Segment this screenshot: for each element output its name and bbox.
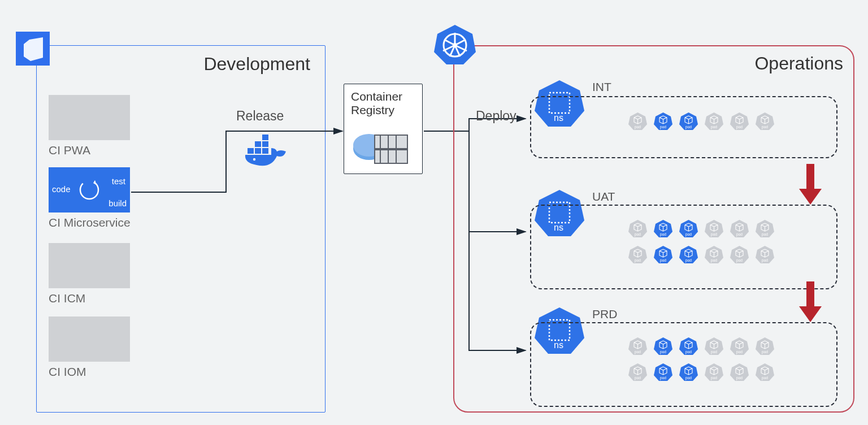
pod-icon: pod: [756, 363, 774, 381]
env-prd-label: PRD: [592, 307, 617, 321]
svg-text:pod: pod: [711, 376, 717, 380]
svg-text:pod: pod: [635, 376, 641, 380]
svg-text:pod: pod: [635, 125, 641, 129]
svg-rect-3: [248, 148, 254, 154]
env-int-label: INT: [592, 80, 611, 94]
svg-rect-8: [262, 135, 268, 140]
svg-rect-4: [255, 148, 261, 154]
pod-icon: pod: [654, 245, 672, 264]
pod-row-int-0: pod pod pod pod pod: [628, 112, 774, 131]
svg-text:pod: pod: [736, 258, 743, 263]
operations-title: Operations: [754, 53, 843, 74]
pod-icon: pod: [679, 337, 698, 355]
pod-icon: pod: [679, 245, 698, 264]
svg-text:pod: pod: [711, 232, 717, 237]
pod-row-prd-0: pod pod pod pod pod: [628, 337, 774, 355]
pod-icon: pod: [654, 363, 672, 381]
svg-text:pod: pod: [685, 350, 692, 354]
pod-icon: pod: [730, 337, 749, 355]
svg-text:pod: pod: [711, 350, 717, 354]
pod-icon: pod: [654, 337, 672, 355]
pod-icon: pod: [628, 363, 647, 381]
svg-text:pod: pod: [736, 350, 743, 354]
svg-rect-6: [255, 141, 261, 147]
pod-icon: pod: [705, 245, 723, 264]
pod-icon: pod: [705, 112, 723, 131]
pod-icon: pod: [730, 112, 749, 131]
arrow-uat-to-prd: [799, 281, 822, 322]
pod-row-prd-1: pod pod pod pod pod: [628, 363, 774, 381]
svg-rect-188: [806, 281, 814, 307]
svg-text:pod: pod: [685, 232, 692, 237]
svg-text:pod: pod: [762, 258, 768, 263]
pod-icon: pod: [679, 219, 698, 238]
arrow-int-to-uat: [799, 164, 822, 205]
registry-icon: [352, 123, 414, 168]
release-label: Release: [236, 109, 284, 124]
svg-marker-187: [799, 189, 822, 205]
svg-marker-189: [799, 306, 822, 322]
pod-icon: pod: [628, 219, 647, 238]
svg-text:pod: pod: [711, 258, 717, 263]
pod-icon: pod: [705, 363, 723, 381]
svg-rect-186: [806, 164, 814, 190]
svg-text:pod: pod: [660, 350, 666, 354]
svg-text:pod: pod: [685, 125, 692, 129]
pod-icon: pod: [705, 337, 723, 355]
svg-text:pod: pod: [635, 232, 641, 237]
svg-text:pod: pod: [660, 258, 666, 263]
svg-text:pod: pod: [660, 125, 666, 129]
pod-icon: pod: [654, 219, 672, 238]
svg-text:pod: pod: [736, 376, 743, 380]
pod-icon: pod: [628, 337, 647, 355]
svg-text:pod: pod: [685, 258, 692, 263]
pod-icon: pod: [730, 219, 749, 238]
pod-icon: pod: [756, 245, 774, 264]
registry-line2: Registry: [351, 103, 394, 116]
pod-row-uat-1: pod pod pod pod pod: [628, 245, 774, 264]
svg-rect-13: [375, 150, 407, 163]
pod-icon: pod: [705, 219, 723, 238]
svg-text:pod: pod: [762, 125, 768, 129]
docker-icon: [243, 131, 294, 171]
svg-point-9: [253, 158, 255, 161]
pod-icon: pod: [679, 363, 698, 381]
container-registry: Container Registry: [344, 84, 423, 174]
svg-text:pod: pod: [685, 376, 692, 380]
svg-text:pod: pod: [736, 232, 743, 237]
pod-icon: pod: [730, 245, 749, 264]
svg-text:pod: pod: [736, 125, 743, 129]
svg-text:pod: pod: [660, 376, 666, 380]
svg-text:pod: pod: [762, 350, 768, 354]
pod-icon: pod: [628, 245, 647, 264]
svg-rect-12: [375, 135, 407, 149]
pod-icon: pod: [730, 363, 749, 381]
svg-rect-5: [262, 148, 268, 154]
pod-icon: pod: [679, 112, 698, 131]
pod-icon: pod: [654, 112, 672, 131]
pod-icon: pod: [756, 219, 774, 238]
kubernetes-icon: [433, 23, 477, 67]
svg-text:pod: pod: [711, 125, 717, 129]
pod-row-uat-0: pod pod pod pod pod: [628, 219, 774, 238]
pod-icon: pod: [756, 337, 774, 355]
svg-text:pod: pod: [762, 376, 768, 380]
pod-icon: pod: [756, 112, 774, 131]
pod-icon: pod: [628, 112, 647, 131]
svg-text:pod: pod: [762, 232, 768, 237]
svg-text:pod: pod: [660, 232, 666, 237]
svg-text:pod: pod: [635, 350, 641, 354]
svg-text:pod: pod: [635, 258, 641, 263]
registry-line1: Container: [351, 90, 402, 103]
svg-rect-7: [262, 141, 268, 147]
env-uat-label: UAT: [592, 190, 615, 203]
